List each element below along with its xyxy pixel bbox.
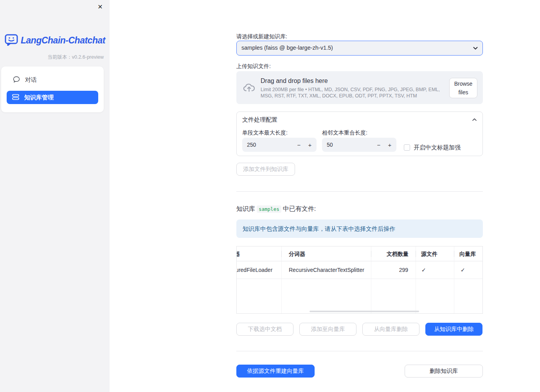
chunk-size-value: 250 bbox=[247, 138, 256, 152]
cell-vector-store-check: ✓ bbox=[461, 261, 465, 279]
config-expander: 文件处理配置 单段文本最大长度: 250 − + 相邻文本重合长度: 50 − … bbox=[236, 111, 483, 156]
minus-icon: − bbox=[377, 142, 381, 148]
chunk-size-input[interactable]: 250 − + bbox=[242, 138, 317, 152]
column-header-doc-count: 文档数量 bbox=[371, 246, 409, 261]
zh-title-enhance-option: 开启中文标题加强 bbox=[404, 140, 461, 155]
download-selected-button[interactable]: 下载选中文档 bbox=[236, 323, 293, 336]
cell-loader: UnstructuredFileLoader bbox=[237, 261, 281, 279]
kb-select-value: samples (faiss @ bge-large-zh-v1.5) bbox=[241, 41, 333, 55]
add-to-vector-store-button[interactable]: 添加至向量库 bbox=[299, 323, 356, 336]
nav-item-chat[interactable]: 对话 bbox=[7, 73, 98, 87]
nav-item-label: 对话 bbox=[25, 76, 37, 84]
add-files-to-kb-button[interactable]: 添加文件到知识库 bbox=[236, 163, 295, 176]
upload-label: 上传知识文件: bbox=[236, 62, 483, 70]
caption-prefix: 知识库 bbox=[236, 205, 255, 212]
chat-logo-icon bbox=[5, 34, 18, 47]
delete-from-vector-store-button[interactable]: 从向量库删除 bbox=[362, 323, 419, 336]
file-uploader-dropzone[interactable]: Drag and drop files here Limit 200MB per… bbox=[236, 71, 483, 104]
version-label: 当前版本： bbox=[47, 54, 72, 60]
config-expander-body: 单段文本最大长度: 250 − + 相邻文本重合长度: 50 − + 开启中文标… bbox=[237, 128, 482, 155]
header-separator bbox=[416, 251, 416, 257]
nav-item-kb-manage[interactable]: 知识库管理 bbox=[7, 91, 98, 104]
close-sidebar-button[interactable]: ✕ bbox=[95, 2, 105, 12]
stack-icon bbox=[12, 94, 19, 101]
sidebar: ✕ LangChain-Chatchat 当前版本：v0.2.6-preview… bbox=[0, 0, 110, 392]
cell-source-file-check: ✓ bbox=[421, 261, 426, 279]
rebuild-vector-store-button[interactable]: 依据源文件重建向量库 bbox=[236, 365, 315, 378]
config-expander-title: 文件处理配置 bbox=[242, 116, 277, 124]
table-row[interactable]: UnstructuredFileLoader RecursiveCharacte… bbox=[237, 261, 482, 279]
plus-icon: + bbox=[308, 142, 312, 148]
chunk-size-field: 单段文本最大长度: 250 − + bbox=[242, 128, 317, 155]
browse-files-button[interactable]: Browse files bbox=[449, 78, 477, 98]
delete-from-kb-button[interactable]: 从知识库中删除 bbox=[425, 323, 482, 336]
app-logo-text: LangChain-Chatchat bbox=[21, 35, 105, 46]
minus-icon: − bbox=[297, 142, 301, 148]
column-header-source-file: 源文件 bbox=[421, 246, 437, 261]
cell-splitter: RecursiveCharacterTextSplitter bbox=[289, 261, 364, 279]
header-separator bbox=[371, 251, 371, 257]
nav-item-label: 知识库管理 bbox=[24, 94, 54, 101]
header-separator bbox=[454, 251, 454, 257]
chunk-increment-button[interactable]: + bbox=[305, 138, 315, 152]
chat-bubble-icon bbox=[13, 76, 20, 84]
info-banner: 知识库中包含源文件与向量库，请从下表中选择文件后操作 bbox=[236, 219, 483, 238]
uploader-title: Drag and drop files here bbox=[261, 77, 448, 85]
zh-title-enhance-label: 开启中文标题加强 bbox=[414, 144, 461, 151]
config-expander-header[interactable]: 文件处理配置 bbox=[237, 112, 482, 128]
overlap-value: 50 bbox=[327, 138, 333, 152]
kb-select[interactable]: samples (faiss @ bge-large-zh-v1.5) bbox=[236, 41, 483, 56]
overlap-decrement-button[interactable]: − bbox=[374, 138, 384, 152]
nav-menu: 对话 知识库管理 bbox=[1, 67, 104, 112]
app-logo: LangChain-Chatchat bbox=[5, 34, 105, 47]
delete-kb-button[interactable]: 删除知识库 bbox=[405, 365, 483, 378]
column-header-loader: 文档加载器 bbox=[237, 246, 281, 261]
plus-icon: + bbox=[388, 142, 392, 148]
overlap-field: 相邻文本重合长度: 50 − + bbox=[322, 128, 396, 155]
divider bbox=[236, 351, 483, 351]
chunk-decrement-button[interactable]: − bbox=[294, 138, 304, 152]
overlap-input[interactable]: 50 − + bbox=[322, 138, 396, 152]
overlap-label: 相邻文本重合长度: bbox=[322, 129, 396, 137]
divider bbox=[236, 191, 483, 192]
uploader-hint: Limit 200MB per file • HTML, MD, JSON, C… bbox=[261, 87, 448, 99]
version-text: 当前版本：v0.2.6-preview bbox=[47, 54, 104, 61]
uploader-texts: Drag and drop files here Limit 200MB per… bbox=[261, 77, 448, 99]
close-icon: ✕ bbox=[97, 4, 103, 10]
caption-suffix: 中已有文件: bbox=[283, 205, 316, 212]
cell-doc-count: 299 bbox=[371, 261, 408, 279]
file-action-buttons: 下载选中文档 添加至向量库 从向量库删除 从知识库中删除 bbox=[236, 323, 483, 336]
kb-files-caption: 知识库samples中已有文件: bbox=[236, 205, 483, 213]
column-header-vector-store: 向量库 bbox=[459, 246, 476, 261]
kb-level-buttons: 依据源文件重建向量库 删除知识库 bbox=[236, 365, 483, 378]
zh-title-enhance-checkbox[interactable] bbox=[404, 144, 410, 151]
upload-cloud-icon bbox=[243, 81, 256, 96]
header-separator bbox=[281, 251, 282, 257]
files-table: 文档加载器 分词器 文档数量 源文件 向量库 UnstructuredFileL… bbox=[236, 246, 483, 314]
column-header-splitter: 分词器 bbox=[289, 246, 305, 261]
version-value: v0.2.6-preview bbox=[72, 54, 104, 60]
kb-name-code: samples bbox=[257, 205, 281, 213]
kb-select-label: 请选择或新建知识库: bbox=[236, 32, 483, 40]
main-content: 请选择或新建知识库: samples (faiss @ bge-large-zh… bbox=[236, 0, 483, 378]
table-header-row: 文档加载器 分词器 文档数量 源文件 向量库 bbox=[237, 246, 482, 261]
chunk-size-label: 单段文本最大长度: bbox=[242, 129, 317, 137]
overlap-increment-button[interactable]: + bbox=[385, 138, 395, 152]
horizontal-scrollbar-thumb[interactable] bbox=[310, 311, 419, 312]
